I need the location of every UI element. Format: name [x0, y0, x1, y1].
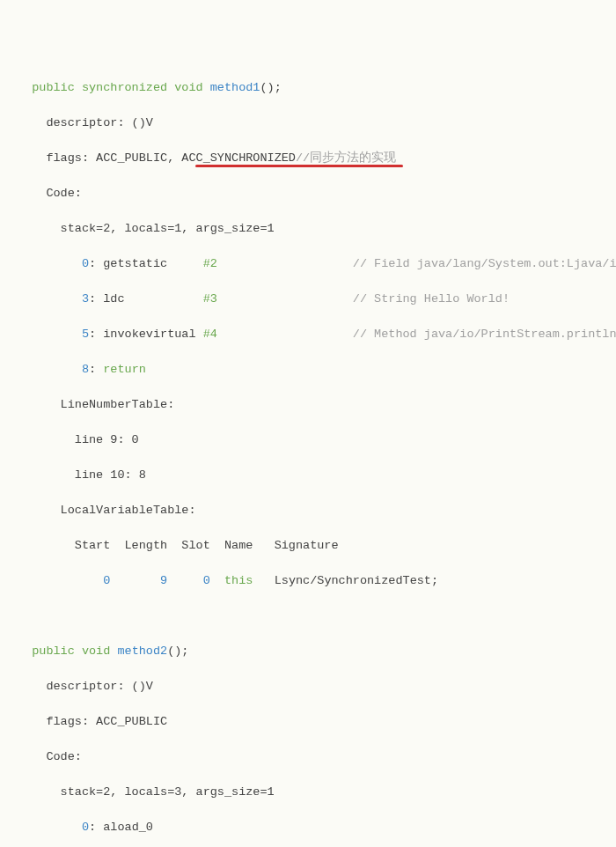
sig-tail: (); [260, 81, 281, 94]
m1-code: Code: [18, 185, 607, 203]
keywords: public synchronized void [32, 81, 202, 94]
instr: 5: invokevirtual #4 // Method java/io/Pr… [18, 326, 607, 343]
lnt: LineNumberTable: [18, 396, 607, 414]
lvt-hdr: Start Length Slot Name Signature [18, 537, 607, 555]
lnt-row: line 10: 8 [18, 467, 607, 484]
instr: 8: return [18, 361, 607, 379]
underline-annotation [195, 165, 403, 167]
m2-stack: stack=2, locals=3, args_size=1 [18, 784, 607, 801]
m1-stack: stack=2, locals=1, args_size=1 [18, 220, 607, 238]
m1-descriptor: descriptor: ()V [18, 114, 607, 132]
lvt: LocalVariableTable: [18, 502, 607, 519]
m2-descriptor: descriptor: ()V [18, 678, 607, 696]
m1-flags: flags: ACC_PUBLIC, ACC_SYNCHRONIZED//同步方… [18, 150, 607, 167]
blank [18, 608, 607, 625]
instr: 0: getstatic #2 // Field java/lang/Syste… [18, 255, 607, 273]
lvt-row: 0 9 0 this Lsync/SynchronizedTest; [18, 572, 607, 590]
m1-signature: public synchronized void method1(); [18, 79, 607, 97]
instr: 0: aload_0 [18, 819, 607, 836]
m2-flags: flags: ACC_PUBLIC [18, 713, 607, 731]
m2-signature: public void method2(); [18, 643, 607, 660]
instr: 3: ldc #3 // String Hello World! [18, 291, 607, 308]
m2-code: Code: [18, 748, 607, 766]
lnt-row: line 9: 0 [18, 431, 607, 449]
method-name: method1 [210, 81, 260, 94]
